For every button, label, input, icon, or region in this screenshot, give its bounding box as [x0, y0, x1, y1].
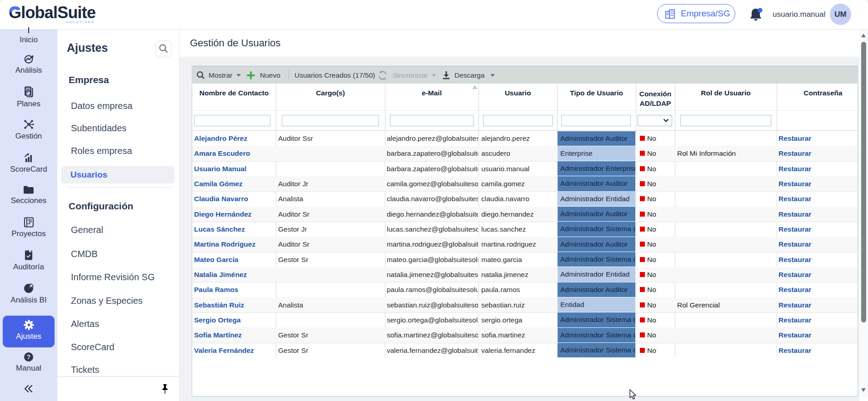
- svg-text:?: ?: [27, 353, 31, 361]
